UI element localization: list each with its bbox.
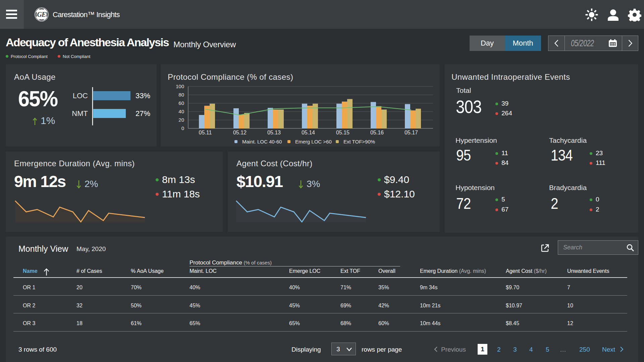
svg-text:0: 0 xyxy=(181,125,184,131)
svg-text:05.11: 05.11 xyxy=(199,130,212,135)
svg-text:60: 60 xyxy=(178,100,184,106)
svg-text:05.15: 05.15 xyxy=(336,130,350,135)
svg-text:05.13: 05.13 xyxy=(267,130,281,135)
svg-text:Ext TOF>90%: Ext TOF>90% xyxy=(343,139,375,144)
svg-text:GE: GE xyxy=(37,11,46,18)
svg-text:40: 40 xyxy=(178,109,184,114)
svg-text:100: 100 xyxy=(176,83,184,89)
svg-text:05.14: 05.14 xyxy=(302,130,315,135)
svg-text:05.17: 05.17 xyxy=(405,130,418,135)
svg-text:Emerg LOC >60: Emerg LOC >60 xyxy=(295,139,332,144)
svg-text:Maint. LOC 40-60: Maint. LOC 40-60 xyxy=(242,139,282,144)
svg-text:80: 80 xyxy=(178,92,184,98)
svg-text:05.16: 05.16 xyxy=(370,130,384,135)
svg-text:20: 20 xyxy=(178,117,184,123)
svg-text:05.12: 05.12 xyxy=(233,130,247,135)
